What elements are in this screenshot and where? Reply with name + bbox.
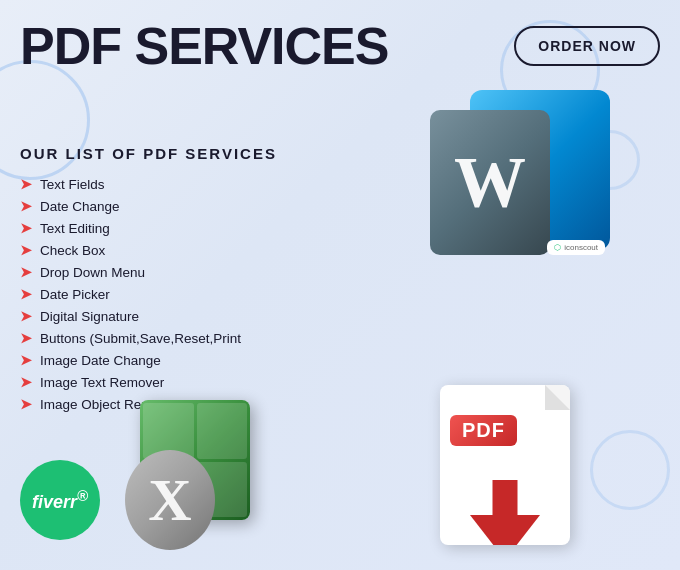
iconscout-badge: ⬡ iconscout xyxy=(547,240,605,255)
excel-letter-container: X xyxy=(125,450,215,550)
arrow-icon: ➤ xyxy=(20,308,32,324)
service-label: Buttons (Submit,Save,Reset,Print xyxy=(40,331,241,346)
pdf-document: PDF xyxy=(440,385,570,545)
arrow-icon: ➤ xyxy=(20,330,32,346)
pdf-fold xyxy=(545,385,570,410)
excel-icon: X xyxy=(140,400,270,550)
service-label: Drop Down Menu xyxy=(40,265,145,280)
arrow-icon: ➤ xyxy=(20,176,32,192)
header: PDF SERVICES ORDER NOW xyxy=(20,20,660,72)
page-title: PDF SERVICES xyxy=(20,20,388,72)
arrow-icon: ➤ xyxy=(20,220,32,236)
excel-icon-container: X xyxy=(140,400,290,560)
arrow-icon: ➤ xyxy=(20,286,32,302)
list-item: ➤Date Change xyxy=(20,198,280,214)
services-section: OUR LIST OF PDF SERVICES ➤Text Fields➤Da… xyxy=(20,145,280,418)
service-label: Image Text Remover xyxy=(40,375,164,390)
arrow-icon: ➤ xyxy=(20,198,32,214)
list-item: ➤Check Box xyxy=(20,242,280,258)
list-item: ➤Text Editing xyxy=(20,220,280,236)
service-list: ➤Text Fields➤Date Change➤Text Editing➤Ch… xyxy=(20,176,280,412)
service-label: Check Box xyxy=(40,243,105,258)
list-item: ➤Text Fields xyxy=(20,176,280,192)
list-item: ➤Buttons (Submit,Save,Reset,Print xyxy=(20,330,280,346)
service-label: Image Date Change xyxy=(40,353,161,368)
list-item: ➤Digital Signature xyxy=(20,308,280,324)
service-label: Date Change xyxy=(40,199,120,214)
service-label: Text Editing xyxy=(40,221,110,236)
excel-letter: X xyxy=(148,466,191,535)
services-heading: OUR LIST OF PDF SERVICES xyxy=(20,145,280,162)
list-item: ➤Date Picker xyxy=(20,286,280,302)
pdf-arrow-down xyxy=(470,515,540,545)
arrow-icon: ➤ xyxy=(20,352,32,368)
excel-cell-2 xyxy=(197,403,248,459)
pdf-icon-container: PDF xyxy=(440,385,600,565)
word-icon-front: W xyxy=(430,110,550,255)
service-label: Digital Signature xyxy=(40,309,139,324)
list-item: ➤Image Date Change xyxy=(20,352,280,368)
arrow-icon: ➤ xyxy=(20,396,32,412)
word-letter: W xyxy=(454,141,526,224)
word-icon-container: W ⬡ iconscout xyxy=(430,90,630,290)
arrow-icon: ➤ xyxy=(20,374,32,390)
list-item: ➤Drop Down Menu xyxy=(20,264,280,280)
fiverr-badge: fiverr® xyxy=(20,460,100,540)
decorative-circle-br xyxy=(590,430,670,510)
list-item: ➤Image Text Remover xyxy=(20,374,280,390)
order-now-button[interactable]: ORDER NOW xyxy=(514,26,660,66)
arrow-icon: ➤ xyxy=(20,242,32,258)
service-label: Text Fields xyxy=(40,177,105,192)
fiverr-label: fiverr® xyxy=(32,487,88,513)
arrow-icon: ➤ xyxy=(20,264,32,280)
service-label: Date Picker xyxy=(40,287,110,302)
word-icon: W ⬡ iconscout xyxy=(430,90,610,270)
pdf-label: PDF xyxy=(450,415,517,446)
